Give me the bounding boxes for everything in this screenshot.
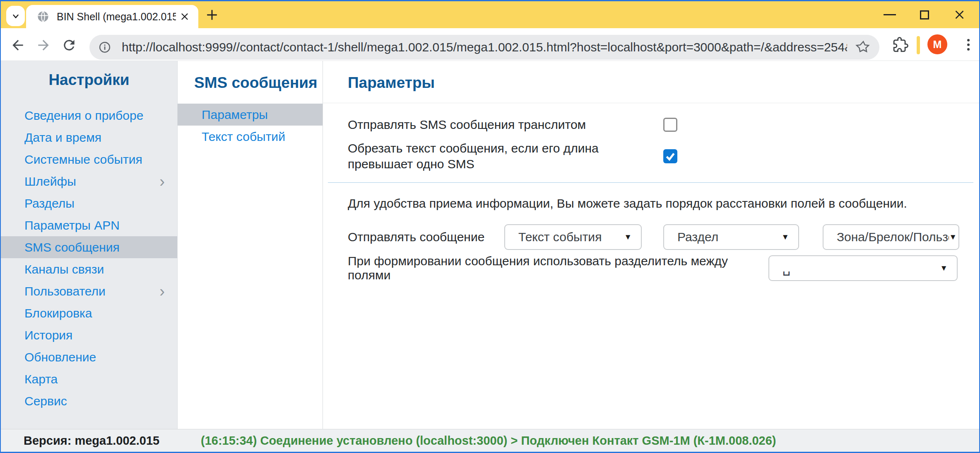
settings-sidebar: Настройки Сведения о прибореДата и время… <box>1 61 178 429</box>
select-value: Раздел <box>677 230 778 244</box>
sidebar-nav: Сведения о прибореДата и времяСистемные … <box>1 104 177 412</box>
submenu-item-label: Текст событий <box>202 130 285 144</box>
order-selects: Текст события▼Раздел▼Зона/Брелок/Пользов… <box>504 224 959 250</box>
separator-row: При формировании сообщения использовать … <box>348 255 979 281</box>
sidebar-item-system-events[interactable]: Системные события <box>1 148 177 170</box>
profile-avatar[interactable]: M <box>927 34 947 54</box>
sidebar-item-users[interactable]: Пользователи› <box>1 280 177 302</box>
sidebar-item-channels[interactable]: Каналы связи <box>1 258 177 280</box>
sidebar-item-label: Пользователи <box>24 284 106 298</box>
forward-icon[interactable] <box>36 37 51 53</box>
sidebar-item-label: Шлейфы <box>24 174 76 189</box>
chevron-right-icon: › <box>159 283 165 299</box>
browser-window: BIN Shell (mega1.002.015) <box>0 0 980 453</box>
sidebar-item-label: Сведения о приборе <box>24 109 143 123</box>
sidebar-item-label: SMS сообщения <box>24 240 120 254</box>
setting-row: Отправлять SMS сообщения транслитом <box>348 112 979 137</box>
close-window-button[interactable] <box>942 1 977 28</box>
submenu-title: SMS сообщения <box>194 71 323 94</box>
page-content: Настройки Сведения о прибореДата и время… <box>1 61 979 429</box>
select-partition[interactable]: Раздел▼ <box>663 224 799 250</box>
panel-title: Параметры <box>348 71 979 94</box>
caret-down-icon: ▼ <box>949 233 957 242</box>
sidebar-item-label: Карта <box>24 372 58 386</box>
sidebar-item-loops[interactable]: Шлейфы› <box>1 170 177 192</box>
tab-strip: BIN Shell (mega1.002.015) <box>1 1 979 28</box>
setting-label: Отправлять SMS сообщения транслитом <box>348 117 663 133</box>
window-controls <box>872 1 977 28</box>
browser-tab[interactable]: BIN Shell (mega1.002.015) <box>26 5 198 28</box>
sidebar-title: Настройки <box>1 71 177 89</box>
sidebar-item-device-info[interactable]: Сведения о приборе <box>1 104 177 126</box>
new-tab-button[interactable] <box>205 8 219 22</box>
select-value: Текст события <box>518 230 621 244</box>
globe-icon <box>37 10 49 23</box>
checkbox-trim[interactable] <box>663 149 677 163</box>
menu-kebab-icon[interactable] <box>961 37 976 53</box>
separator-row-label: При формировании сообщения использовать … <box>348 254 768 282</box>
sidebar-item-update[interactable]: Обновление <box>1 346 177 368</box>
sidebar-item-sms[interactable]: SMS сообщения <box>1 236 177 258</box>
caret-down-icon: ▼ <box>940 264 948 273</box>
sidebar-item-lock[interactable]: Блокировка <box>1 302 177 324</box>
setting-label: Обрезать текст сообщения, если его длина… <box>348 141 663 172</box>
sidebar-item-label: Параметры APN <box>24 218 120 233</box>
setting-row: Обрезать текст сообщения, если его длина… <box>348 141 979 172</box>
sidebar-item-history[interactable]: История <box>1 324 177 346</box>
tab-title: BIN Shell (mega1.002.015) <box>57 11 176 23</box>
sidebar-item-map[interactable]: Карта <box>1 368 177 390</box>
order-hint-text: Для удобства приема информации, Вы может… <box>348 194 979 213</box>
caret-down-icon: ▼ <box>781 233 789 242</box>
sidebar-item-label: Разделы <box>24 196 75 211</box>
sidebar-item-label: Дата и время <box>24 131 101 145</box>
checkmark-icon <box>665 151 676 162</box>
status-bar: Версия: mega1.002.015 (16:15:34) Соедине… <box>1 429 979 452</box>
extensions-icon[interactable] <box>893 37 908 53</box>
sidebar-item-partitions[interactable]: Разделы <box>1 192 177 214</box>
chevron-down-icon <box>11 12 20 21</box>
submenu-nav: ПараметрыТекст событий <box>178 104 323 148</box>
chevron-right-icon: › <box>159 174 165 189</box>
url-text[interactable]: http://localhost:9999//contact/contact-1… <box>122 40 847 54</box>
back-icon[interactable] <box>10 37 26 53</box>
connection-status: (16:15:34) Соединение установлено (local… <box>201 434 776 448</box>
sidebar-item-label: Обновление <box>24 350 96 364</box>
select-value: Зона/Брелок/Пользов <box>837 230 949 244</box>
submenu-item-parameters[interactable]: Параметры <box>178 104 323 126</box>
checkbox-translit[interactable] <box>663 118 677 132</box>
select-event-text[interactable]: Текст события▼ <box>504 224 642 250</box>
select-zone[interactable]: Зона/Брелок/Пользов▼ <box>823 224 959 250</box>
sidebar-item-label: Системные события <box>24 153 142 167</box>
version-label: Версия: mega1.002.015 <box>24 434 159 448</box>
checkbox-settings: Отправлять SMS сообщения транслитомОбрез… <box>348 112 979 172</box>
minimize-button[interactable] <box>872 1 907 28</box>
sidebar-item-apn[interactable]: Параметры APN <box>1 214 177 236</box>
theme-accent-bar <box>917 36 920 54</box>
message-order-row: Отправлять сообщение Текст события▼Разде… <box>348 224 979 250</box>
caret-down-icon: ▼ <box>624 233 632 242</box>
address-bar[interactable]: http://localhost:9999//contact/contact-1… <box>89 35 879 60</box>
tab-search-button[interactable] <box>6 6 25 26</box>
tab-close-icon[interactable] <box>179 11 190 22</box>
sidebar-item-label: История <box>24 328 72 342</box>
order-row-label: Отправлять сообщение <box>348 230 504 244</box>
reload-icon[interactable] <box>61 37 77 53</box>
sidebar-item-date-time[interactable]: Дата и время <box>1 126 177 148</box>
maximize-button[interactable] <box>907 1 942 28</box>
section-divider <box>328 182 973 183</box>
info-icon[interactable] <box>99 41 111 53</box>
parameters-panel: Параметры Отправлять SMS сообщения транс… <box>323 61 979 429</box>
submenu-item-label: Параметры <box>202 108 268 122</box>
sidebar-item-label: Сервис <box>24 394 67 408</box>
bookmark-star-icon[interactable] <box>855 40 870 55</box>
header-divider <box>323 103 979 103</box>
sidebar-item-label: Каналы связи <box>24 262 104 276</box>
close-icon <box>954 9 965 20</box>
submenu-item-event-text[interactable]: Текст событий <box>178 126 323 148</box>
separator-select[interactable]: ␣ ▼ <box>768 255 958 281</box>
browser-toolbar: http://localhost:9999//contact/contact-1… <box>1 28 979 61</box>
select-value: ␣ <box>783 261 937 276</box>
sidebar-item-service[interactable]: Сервис <box>1 390 177 412</box>
sms-submenu: SMS сообщения ПараметрыТекст событий <box>178 61 323 429</box>
sidebar-item-label: Блокировка <box>24 306 92 320</box>
